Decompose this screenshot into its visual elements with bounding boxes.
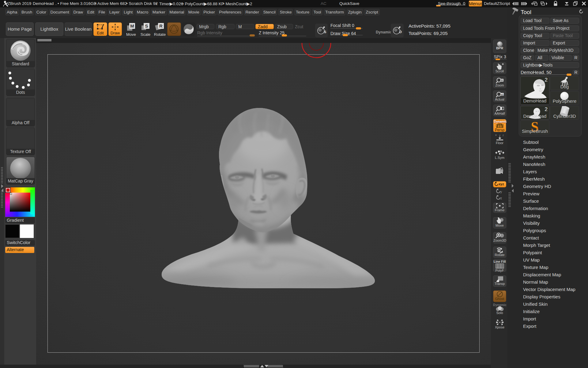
svg-text:y: y [500,190,502,194]
svg-text:D: D [399,30,402,34]
svg-text:S: S [324,30,326,34]
svg-text:z: z [500,197,502,200]
svg-text:xyz: xyz [499,182,504,186]
svg-text:S: S [145,23,148,29]
svg-text:x1: x1 [501,93,503,96]
svg-text:M: M [130,23,134,29]
svg-text:R: R [159,23,163,29]
